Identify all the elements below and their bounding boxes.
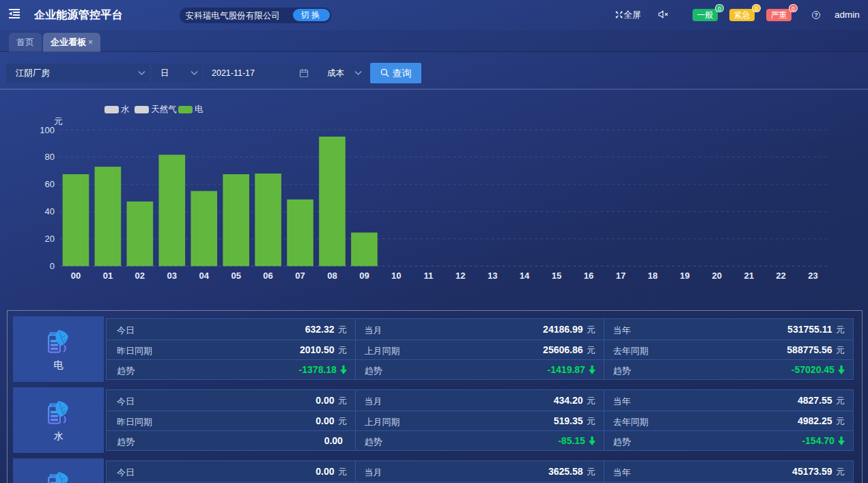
svg-text:100: 100: [40, 125, 55, 135]
svg-text:00: 00: [71, 271, 81, 281]
svg-text:15: 15: [552, 271, 561, 281]
svg-text:20: 20: [712, 271, 721, 281]
svg-text:06: 06: [263, 271, 272, 281]
svg-text:09: 09: [359, 271, 369, 281]
svg-text:13: 13: [488, 271, 497, 281]
svg-text:21: 21: [744, 271, 753, 281]
svg-text:10: 10: [391, 271, 401, 281]
svg-text:0: 0: [50, 261, 55, 271]
svg-text:40: 40: [45, 206, 55, 217]
svg-text:02: 02: [135, 271, 145, 281]
svg-text:16: 16: [584, 271, 593, 281]
svg-text:12: 12: [456, 271, 465, 281]
svg-text:07: 07: [295, 271, 305, 281]
svg-text:80: 80: [45, 152, 55, 162]
svg-text:19: 19: [680, 271, 690, 281]
svg-text:22: 22: [776, 271, 785, 281]
svg-text:20: 20: [45, 234, 55, 244]
svg-text:18: 18: [648, 271, 658, 281]
svg-text:14: 14: [520, 271, 530, 281]
svg-text:03: 03: [167, 271, 177, 281]
svg-text:11: 11: [423, 271, 433, 281]
svg-text:08: 08: [327, 271, 337, 281]
svg-text:23: 23: [808, 271, 817, 281]
svg-text:05: 05: [231, 271, 240, 281]
svg-text:60: 60: [45, 179, 55, 189]
svg-text:01: 01: [103, 271, 113, 281]
svg-text:17: 17: [616, 271, 626, 281]
svg-text:04: 04: [199, 271, 209, 281]
